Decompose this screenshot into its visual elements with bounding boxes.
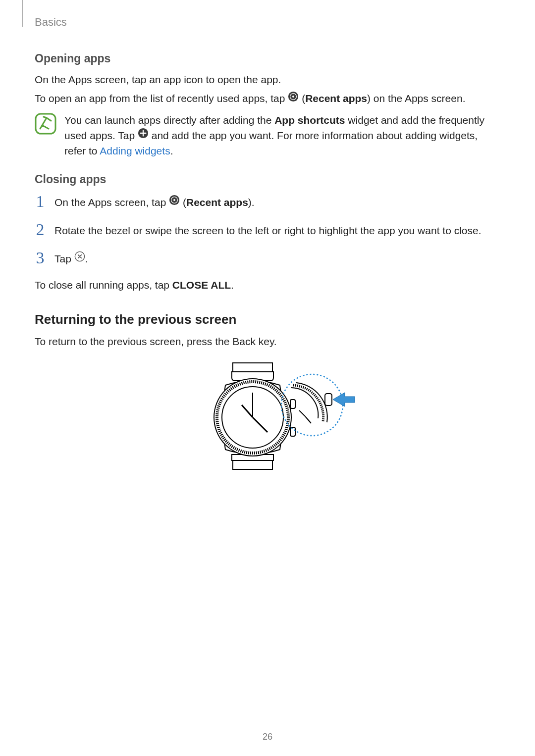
svg-point-2 [292, 96, 294, 98]
svg-point-7 [173, 199, 175, 201]
heading-returning: Returning to the previous screen [35, 312, 500, 327]
step-number: 2 [35, 221, 46, 238]
text: On the Apps screen, tap [54, 197, 169, 208]
text: To open an app from the list of recently… [35, 93, 288, 104]
opening-p2: To open an app from the list of recently… [35, 91, 500, 107]
text: ). [248, 197, 255, 208]
header-section-label: Basics [35, 16, 67, 29]
plus-icon [138, 128, 149, 143]
step-text: Tap . [54, 250, 500, 267]
recent-apps-icon [288, 91, 299, 106]
heading-opening-apps: Opening apps [35, 52, 500, 65]
step-1: 1 On the Apps screen, tap (Recent apps). [35, 193, 500, 211]
note-icon [35, 113, 56, 135]
text: Tap [54, 253, 74, 264]
text: ) on the Apps screen. [367, 93, 465, 104]
heading-closing-apps: Closing apps [35, 173, 500, 186]
page-number: 26 [0, 732, 535, 742]
svg-rect-16 [290, 427, 295, 436]
svg-line-19 [299, 410, 305, 416]
svg-marker-21 [333, 393, 355, 406]
link-adding-widgets[interactable]: Adding widgets [100, 145, 170, 156]
note-text: You can launch apps directly after addin… [64, 113, 500, 159]
svg-rect-18 [325, 394, 332, 405]
text: ( [180, 197, 186, 208]
step-3: 3 Tap . [35, 250, 500, 267]
text-bold: Recent apps [305, 93, 367, 104]
step-number: 1 [35, 193, 46, 210]
page-content: Opening apps On the Apps screen, tap an … [35, 52, 500, 479]
svg-rect-15 [290, 400, 295, 408]
press-arrow-icon [333, 393, 355, 406]
watch-illustration [35, 358, 500, 479]
close-x-icon [74, 251, 85, 266]
text: . [231, 279, 234, 291]
returning-p1: To return to the previous screen, press … [35, 334, 500, 349]
text: To close all running apps, tap [35, 279, 172, 291]
step-text: Rotate the bezel or swipe the screen to … [54, 221, 500, 238]
step-number: 3 [35, 250, 46, 266]
step-text: On the Apps screen, tap (Recent apps). [54, 193, 500, 211]
svg-line-20 [305, 416, 311, 423]
steps-list: 1 On the Apps screen, tap (Recent apps).… [35, 193, 500, 267]
note-box: You can launch apps directly after addin… [35, 113, 500, 159]
closing-tail: To close all running apps, tap CLOSE ALL… [35, 278, 500, 293]
text: You can launch apps directly after addin… [64, 114, 274, 126]
opening-p1: On the Apps screen, tap an app icon to o… [35, 72, 500, 87]
recent-apps-icon [169, 195, 180, 209]
step-2: 2 Rotate the bezel or swipe the screen t… [35, 221, 500, 238]
text-bold: Recent apps [186, 197, 248, 208]
header-rule [22, 0, 23, 27]
text: . [85, 253, 88, 264]
text-bold: CLOSE ALL [172, 279, 231, 291]
text-bold: App shortcuts [274, 114, 345, 126]
text: . [170, 145, 173, 156]
